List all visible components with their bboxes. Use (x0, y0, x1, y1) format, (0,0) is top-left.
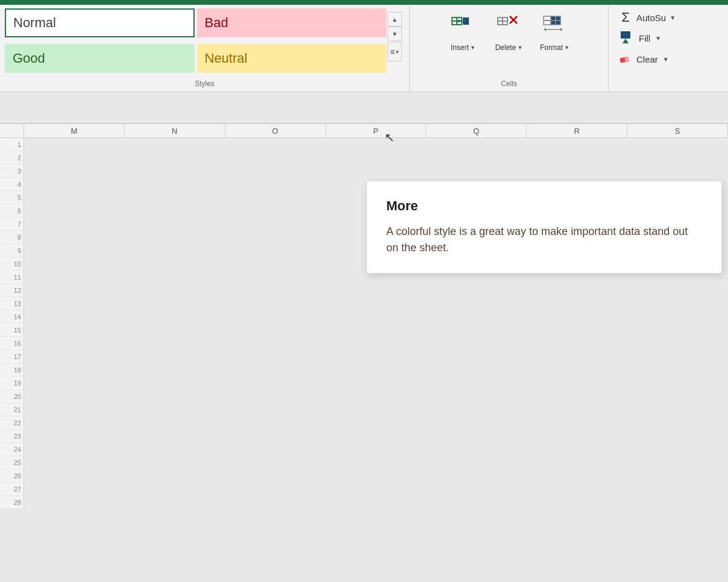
autosum-button[interactable]: Σ AutoSu ▼ (616, 8, 721, 27)
grid-cell[interactable] (426, 377, 527, 389)
grid-cell[interactable] (426, 430, 527, 442)
grid-cell[interactable] (527, 469, 627, 482)
insert-label-area[interactable]: Insert ▼ (451, 43, 475, 52)
grid-cell[interactable] (125, 231, 225, 243)
grid-cell[interactable] (627, 483, 728, 495)
grid-cell[interactable] (426, 456, 527, 469)
grid-cell[interactable] (627, 324, 728, 336)
table-row[interactable]: 25 (0, 456, 728, 469)
grid-cell[interactable] (426, 324, 527, 336)
grid-cell[interactable] (24, 430, 125, 442)
grid-cell[interactable] (125, 297, 225, 310)
grid-cell[interactable] (24, 443, 125, 455)
grid-cell[interactable] (627, 443, 728, 455)
table-row[interactable]: 2 (0, 151, 728, 164)
grid-cell[interactable] (627, 164, 728, 177)
grid-cell[interactable] (125, 350, 225, 363)
grid-cell[interactable] (527, 363, 627, 376)
table-row[interactable]: 14 (0, 310, 728, 324)
grid-cell[interactable] (225, 204, 326, 217)
grid-cell[interactable] (24, 390, 125, 402)
grid-cell[interactable] (326, 469, 427, 482)
grid-cell[interactable] (426, 284, 527, 296)
grid-cell[interactable] (125, 257, 225, 270)
grid-cell[interactable] (627, 403, 728, 416)
grid-cell[interactable] (326, 350, 427, 363)
grid-cell[interactable] (24, 416, 125, 429)
grid-cell[interactable] (225, 324, 326, 336)
grid-cell[interactable] (24, 217, 125, 230)
grid-cell[interactable] (24, 350, 125, 363)
grid-cell[interactable] (24, 324, 125, 336)
grid-cell[interactable] (225, 151, 326, 164)
grid-cell[interactable] (225, 390, 326, 402)
grid-cell[interactable] (225, 217, 326, 230)
grid-cell[interactable] (125, 430, 225, 442)
grid-cell[interactable] (24, 257, 125, 270)
grid-cell[interactable] (426, 483, 527, 495)
style-good[interactable]: Good (5, 44, 195, 73)
grid-cell[interactable] (24, 151, 125, 164)
grid-cell[interactable] (24, 297, 125, 310)
grid-cell[interactable] (24, 363, 125, 376)
grid-cell[interactable] (426, 164, 527, 177)
grid-cell[interactable] (24, 178, 125, 190)
grid-cell[interactable] (527, 390, 627, 402)
grid-cell[interactable] (527, 443, 627, 455)
grid-cell[interactable] (326, 430, 427, 442)
grid-cell[interactable] (627, 416, 728, 429)
format-label-area[interactable]: Format ▼ (540, 43, 570, 52)
grid-cell[interactable] (125, 443, 225, 455)
grid-cell[interactable] (125, 284, 225, 296)
grid-cell[interactable] (426, 310, 527, 323)
table-row[interactable]: 28 (0, 496, 728, 509)
grid-cell[interactable] (426, 151, 527, 164)
grid-cell[interactable] (426, 297, 527, 310)
grid-cell[interactable] (426, 469, 527, 482)
format-button[interactable] (538, 8, 572, 42)
grid-cell[interactable] (627, 310, 728, 323)
grid-cell[interactable] (527, 310, 627, 323)
grid-cell[interactable] (426, 350, 527, 363)
grid-cell[interactable] (326, 363, 427, 376)
table-row[interactable]: 16 (0, 337, 728, 350)
grid-cell[interactable] (225, 403, 326, 416)
table-row[interactable]: 18 (0, 363, 728, 377)
grid-cell[interactable] (527, 496, 627, 508)
grid-cell[interactable] (326, 403, 427, 416)
grid-cell[interactable] (225, 496, 326, 508)
grid-cell[interactable] (24, 284, 125, 296)
grid-cell[interactable] (24, 456, 125, 469)
grid-cell[interactable] (225, 284, 326, 296)
grid-cell[interactable] (527, 430, 627, 442)
grid-cell[interactable] (125, 204, 225, 217)
grid-cell[interactable] (24, 469, 125, 482)
grid-cell[interactable] (326, 416, 427, 429)
grid-cell[interactable] (125, 377, 225, 389)
grid-cell[interactable] (426, 403, 527, 416)
table-row[interactable]: 24 (0, 443, 728, 456)
scroll-up-button[interactable]: ▲ (388, 12, 402, 27)
grid-cell[interactable] (326, 138, 427, 151)
grid-cell[interactable] (125, 217, 225, 230)
delete-label-area[interactable]: Delete ▼ (495, 43, 523, 52)
grid-cell[interactable] (225, 363, 326, 376)
grid-cell[interactable] (125, 469, 225, 482)
grid-cell[interactable] (326, 310, 427, 323)
grid-cell[interactable] (125, 271, 225, 283)
grid-cell[interactable] (125, 178, 225, 190)
grid-cell[interactable] (627, 469, 728, 482)
grid-cell[interactable] (225, 271, 326, 283)
grid-cell[interactable] (24, 204, 125, 217)
grid-cell[interactable] (326, 483, 427, 495)
table-row[interactable]: 3 (0, 164, 728, 178)
grid-cell[interactable] (125, 310, 225, 323)
grid-cell[interactable] (627, 377, 728, 389)
grid-cell[interactable] (24, 191, 125, 204)
grid-cell[interactable] (426, 390, 527, 402)
grid-cell[interactable] (125, 164, 225, 177)
grid-cell[interactable] (527, 377, 627, 389)
fill-button[interactable]: Fill ▼ (616, 29, 721, 48)
grid-cell[interactable] (125, 151, 225, 164)
grid-cell[interactable] (225, 178, 326, 190)
